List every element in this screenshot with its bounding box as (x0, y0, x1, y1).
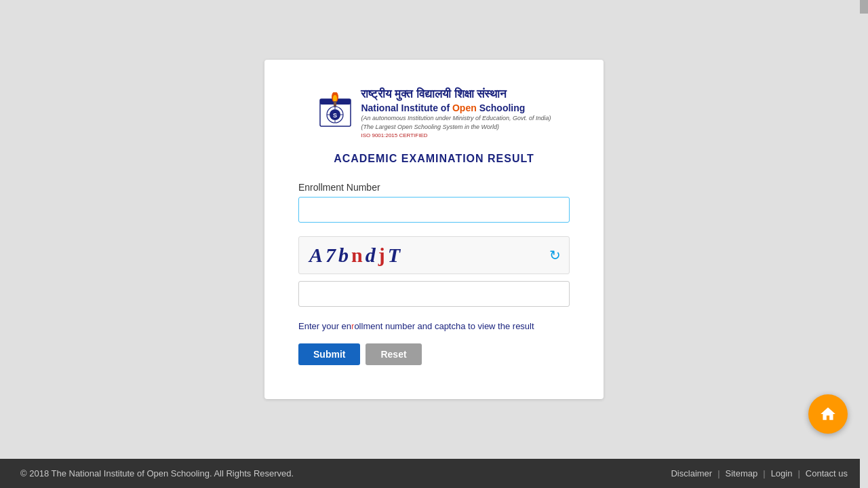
scrollbar[interactable] (860, 0, 868, 488)
footer-sitemap-link[interactable]: Sitemap (726, 468, 758, 478)
footer-sep-2: | (763, 468, 765, 478)
footer-links: Disclaimer | Sitemap | Login | Contact u… (671, 468, 848, 478)
svg-text:S: S (333, 112, 337, 119)
reset-button[interactable]: Reset (366, 343, 421, 365)
logo-english-main: National Institute of Open Schooling (361, 102, 551, 114)
captcha-text: A7bndjT (309, 244, 403, 267)
captcha-area: A7bndjT ↻ (298, 236, 570, 314)
logo-sub2: (The Largest Open Schooling System in th… (361, 123, 551, 132)
footer-copyright: © 2018 The National Institute of Open Sc… (20, 468, 294, 478)
logo-open-word: Open (452, 102, 477, 113)
enrollment-input[interactable] (298, 197, 570, 223)
captcha-display: A7bndjT ↻ (298, 236, 570, 274)
enrollment-label: Enrollment Number (298, 182, 570, 193)
main-content: S राष्ट्रीय मुक्त विद्यालयी शिक्षा संस्थ… (0, 0, 868, 459)
logo-sub1: (An autonomous Institution under Ministr… (361, 114, 551, 123)
logo-text-block: राष्ट्रीय मुक्त विद्यालयी शिक्षा संस्थान… (361, 87, 551, 139)
logo-hindi: राष्ट्रीय मुक्त विद्यालयी शिक्षा संस्थान (361, 87, 551, 102)
logo-area: S राष्ट्रीय मुक्त विद्यालयी शिक्षा संस्थ… (298, 87, 570, 139)
footer-disclaimer-link[interactable]: Disclaimer (671, 468, 712, 478)
submit-button[interactable]: Submit (298, 343, 360, 365)
page-title: ACADEMIC EXAMINATION RESULT (298, 153, 570, 165)
refresh-captcha-icon[interactable]: ↻ (549, 247, 561, 263)
footer-contact-link[interactable]: Contact us (806, 468, 848, 478)
main-card: S राष्ट्रीय मुक्त विद्यालयी शिक्षा संस्थ… (264, 60, 604, 399)
footer-sep-1: | (717, 468, 719, 478)
hint-text: Enter your enrollment number and captcha… (298, 320, 570, 333)
footer-login-link[interactable]: Login (771, 468, 793, 478)
buttons-row: Submit Reset (298, 343, 570, 365)
footer: © 2018 The National Institute of Open Sc… (0, 459, 868, 488)
svg-rect-4 (334, 101, 336, 107)
logo-iso: ISO 9001:2015 CERTIFIED (361, 132, 551, 139)
footer-sep-3: | (797, 468, 800, 478)
scrollbar-thumb[interactable] (860, 0, 868, 14)
nios-emblem: S (317, 92, 354, 133)
svg-point-3 (333, 95, 337, 102)
page-wrapper: S राष्ट्रीय मुक्त विद्यालयी शिक्षा संस्थ… (0, 0, 868, 488)
home-fab-button[interactable] (808, 394, 848, 434)
logo-icon: S राष्ट्रीय मुक्त विद्यालयी शिक्षा संस्थ… (317, 87, 551, 139)
captcha-input[interactable] (298, 281, 570, 307)
home-icon (819, 405, 837, 423)
